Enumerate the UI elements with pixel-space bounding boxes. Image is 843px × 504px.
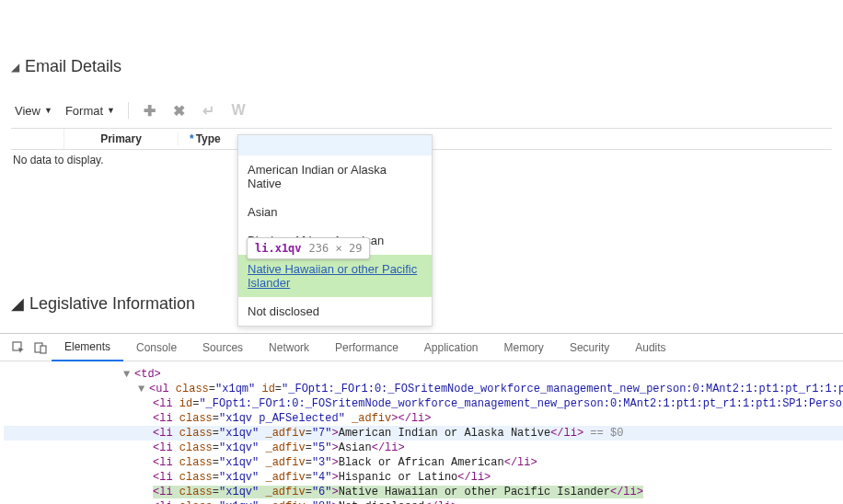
- grid-col-primary[interactable]: Primary: [64, 132, 179, 145]
- email-toolbar: View ▼ Format ▼ ✚ ✖ ↵ W: [11, 102, 832, 119]
- ethnicity-dropdown[interactable]: American Indian or Alaska Native Asian B…: [237, 134, 433, 326]
- devtools-tab-security[interactable]: Security: [557, 334, 622, 361]
- devtools-dom-tree[interactable]: ▼<td>▼<ul class="x1qm" id="_FOpt1:_FOr1:…: [0, 361, 843, 504]
- disclosure-triangle-icon[interactable]: ◢: [11, 293, 24, 314]
- dropdown-blank-option[interactable]: [238, 135, 432, 155]
- detach-icon[interactable]: ↵: [201, 102, 217, 119]
- chevron-down-icon: ▼: [107, 106, 115, 115]
- tooltip-selector: li.x1qv: [255, 242, 302, 255]
- dropdown-option-highlighted[interactable]: Native Hawaiian or other Pacific Islande…: [238, 255, 432, 297]
- add-icon[interactable]: ✚: [142, 102, 158, 119]
- devtools-tab-memory[interactable]: Memory: [491, 334, 557, 361]
- dropdown-option[interactable]: American Indian or Alaska Native: [238, 155, 432, 198]
- required-asterisk-icon: *: [190, 132, 194, 145]
- view-menu[interactable]: View ▼: [15, 104, 52, 118]
- devtools-tab-network[interactable]: Network: [256, 334, 322, 361]
- device-toolbar-icon[interactable]: [29, 337, 52, 359]
- toolbar-separator: [128, 102, 129, 119]
- inspect-element-icon[interactable]: [7, 337, 29, 359]
- inspector-tooltip: li.x1qv236 × 29: [247, 237, 370, 259]
- section-title-text: Email Details: [25, 57, 121, 76]
- devtools-tab-performance[interactable]: Performance: [322, 334, 411, 361]
- grid-select-column[interactable]: [11, 129, 64, 149]
- devtools-tab-console[interactable]: Console: [123, 334, 190, 361]
- delete-icon[interactable]: ✖: [171, 102, 188, 119]
- disclosure-triangle-icon[interactable]: ◢: [11, 61, 19, 74]
- format-menu[interactable]: Format ▼: [65, 104, 115, 118]
- wrap-icon[interactable]: W: [230, 102, 247, 119]
- devtools-tabs: Elements Console Sources Network Perform…: [0, 334, 843, 361]
- chevron-down-icon: ▼: [44, 106, 52, 115]
- devtools-tab-application[interactable]: Application: [411, 334, 491, 361]
- section-title-text: Legislative Information: [29, 294, 195, 314]
- devtools-tab-audits[interactable]: Audits: [622, 334, 678, 361]
- dropdown-option[interactable]: Asian: [238, 198, 432, 226]
- dropdown-option[interactable]: Not disclosed: [238, 297, 432, 326]
- section-email-details: ◢ Email Details: [11, 57, 832, 76]
- devtools-tab-sources[interactable]: Sources: [190, 334, 256, 361]
- tooltip-dimensions: 236 × 29: [309, 242, 363, 255]
- svg-rect-2: [40, 346, 46, 353]
- devtools-tab-elements[interactable]: Elements: [52, 335, 123, 361]
- devtools-panel: Elements Console Sources Network Perform…: [0, 333, 843, 504]
